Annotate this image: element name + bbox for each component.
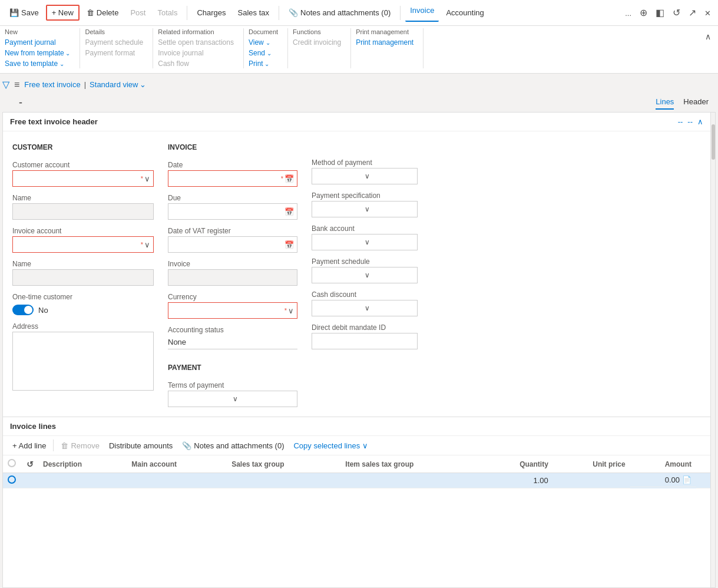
payment-spec-dropdown[interactable]: ∨: [312, 201, 418, 217]
direct-debit-input[interactable]: [312, 333, 418, 349]
row-sales-tax-cell[interactable]: [227, 473, 340, 488]
totals-button[interactable]: Totals: [153, 6, 182, 19]
address-textarea[interactable]: [12, 332, 154, 391]
lines-table: ↺ Description Main account Sales tax gro…: [3, 455, 710, 488]
method-payment-dropdown[interactable]: ∨: [312, 168, 418, 184]
distribute-button[interactable]: Distribute amounts: [107, 440, 175, 451]
ribbon-payment-journal[interactable]: Payment journal: [5, 38, 70, 47]
view-selector[interactable]: Standard view ⌄: [90, 80, 145, 89]
delete-button[interactable]: 🗑 Delete: [82, 6, 124, 19]
header-radio[interactable]: [8, 459, 16, 467]
ribbon-save-to-template[interactable]: Save to template: [5, 59, 70, 68]
row-quantity-cell[interactable]: 1.00: [483, 473, 553, 488]
ribbon-send[interactable]: Send: [249, 48, 278, 58]
date-input[interactable]: [168, 170, 297, 187]
add-line-button[interactable]: + Add line: [10, 440, 48, 451]
row-unit-price-cell[interactable]: [553, 473, 630, 488]
col-sales-tax-group: Sales tax group: [227, 455, 340, 473]
attachment-icon: 📎: [289, 8, 298, 17]
customer-name-input[interactable]: [12, 203, 154, 220]
currency-input[interactable]: [168, 302, 297, 319]
ribbon-payment-schedule[interactable]: Payment schedule: [85, 38, 143, 47]
lines-notes-button[interactable]: 📎 Notes and attachments (0): [180, 440, 286, 451]
row-amount-cell[interactable]: 0.00 📄: [630, 473, 696, 487]
ribbon-invoice-journal[interactable]: Invoice journal: [158, 48, 234, 58]
invoice-account-dropdown-icon[interactable]: ∨: [144, 240, 150, 249]
invoice-account-input-wrapper: * ∨: [12, 236, 154, 253]
tab-lines[interactable]: Lines: [656, 97, 674, 110]
vat-date-input[interactable]: [168, 236, 297, 253]
sales-tax-button[interactable]: Sales tax: [233, 6, 274, 19]
ribbon-payment-format[interactable]: Payment format: [85, 48, 143, 58]
due-input[interactable]: [168, 203, 297, 220]
section-collapse-btn[interactable]: ∧: [697, 117, 703, 126]
required-star: *: [141, 175, 143, 182]
row-main-account-cell[interactable]: [127, 473, 227, 488]
col-item-sales-tax-group: Item sales tax group: [340, 455, 483, 473]
terms-dropdown[interactable]: ∨: [168, 391, 297, 407]
customer-account-input[interactable]: [12, 170, 154, 187]
refresh-icon[interactable]: ↺: [27, 460, 34, 469]
filter-bar: ▽ ≡ Free text invoice | Standard view ⌄: [0, 74, 718, 95]
row-more-cell[interactable]: [696, 473, 710, 488]
date-calendar-icon[interactable]: 📅: [284, 174, 294, 183]
ribbon-print[interactable]: Print: [249, 59, 278, 68]
row-doc-icon[interactable]: 📄: [682, 475, 691, 484]
section-expand-btn[interactable]: --: [678, 117, 683, 126]
due-calendar-icon[interactable]: 📅: [284, 207, 294, 216]
breadcrumb: Free text invoice | Standard view ⌄: [24, 80, 145, 89]
remove-button[interactable]: 🗑 Remove: [58, 440, 101, 451]
invoice-account-input[interactable]: [12, 236, 154, 253]
ribbon-settle-open[interactable]: Settle open transactions: [158, 38, 234, 47]
ribbon-cash-flow[interactable]: Cash flow: [158, 59, 234, 68]
vat-date-group: Date of VAT register 📅: [168, 227, 297, 253]
section-controls: -- -- ∧: [678, 117, 703, 126]
invoice-number-input[interactable]: [168, 269, 297, 286]
cash-discount-dropdown[interactable]: ∨: [312, 300, 418, 316]
dropdown-arrow-icon[interactable]: ∨: [144, 174, 150, 183]
date-group: Date * 📅: [168, 161, 297, 187]
col-refresh: ↺: [22, 455, 38, 473]
separator-2: [279, 6, 279, 20]
new-button[interactable]: + New: [46, 5, 80, 21]
menu-icon[interactable]: ≡: [14, 80, 19, 90]
accounting-tab[interactable]: Accounting: [441, 6, 488, 19]
one-time-toggle[interactable]: [12, 305, 34, 315]
address-label: Address: [12, 322, 154, 331]
row-description-cell[interactable]: [38, 473, 127, 488]
breadcrumb-page[interactable]: Free text invoice: [24, 80, 80, 89]
close-button[interactable]: ✕: [702, 5, 713, 21]
ribbon-print-management[interactable]: Print management: [356, 38, 413, 47]
notes-button[interactable]: 📎 Notes and attachments (0): [284, 6, 395, 19]
share-icon-btn[interactable]: ↗: [686, 5, 699, 21]
charges-button[interactable]: Charges: [192, 6, 230, 19]
currency-dropdown-icon[interactable]: ∨: [288, 306, 294, 315]
ribbon-credit-invoicing[interactable]: Credit invoicing: [293, 38, 341, 47]
bank-account-dropdown[interactable]: ∨: [312, 234, 418, 250]
scrollbar-thumb[interactable]: [712, 124, 715, 160]
section-dots-btn[interactable]: --: [687, 117, 693, 126]
invoice-column: INVOICE Date * 📅: [168, 141, 297, 407]
help-icon-btn[interactable]: ⊕: [637, 5, 650, 21]
refresh-icon-btn[interactable]: ↺: [670, 5, 683, 21]
filter-icon[interactable]: ▽: [2, 79, 9, 90]
invoice-tab[interactable]: Invoice: [405, 4, 439, 22]
row-radio[interactable]: [8, 475, 16, 484]
row-item-sales-tax-cell[interactable]: [340, 473, 483, 488]
ribbon-new-from-template[interactable]: New from template: [5, 48, 70, 58]
invoice-lines-header: Invoice lines: [3, 417, 710, 436]
more-button[interactable]: ...: [623, 5, 634, 21]
payment-spec-chevron-icon: ∨: [365, 205, 413, 213]
ribbon-collapse-button[interactable]: ∧: [703, 31, 713, 42]
ribbon-view[interactable]: View: [249, 38, 278, 47]
copy-lines-button[interactable]: Copy selected lines ∨: [291, 440, 370, 451]
invoice-header-section: Free text invoice header -- -- ∧: [3, 113, 710, 131]
view-icon-btn[interactable]: ◧: [653, 5, 667, 21]
vat-calendar-icon[interactable]: 📅: [284, 240, 294, 249]
payment-schedule-dropdown[interactable]: ∨: [312, 267, 418, 283]
ribbon-print-group: Print management Print management: [356, 28, 423, 68]
post-button[interactable]: Post: [125, 6, 150, 19]
tab-header[interactable]: Header: [683, 97, 709, 110]
invoice-name-input[interactable]: [12, 269, 154, 286]
save-button[interactable]: 💾 Save: [5, 6, 44, 19]
